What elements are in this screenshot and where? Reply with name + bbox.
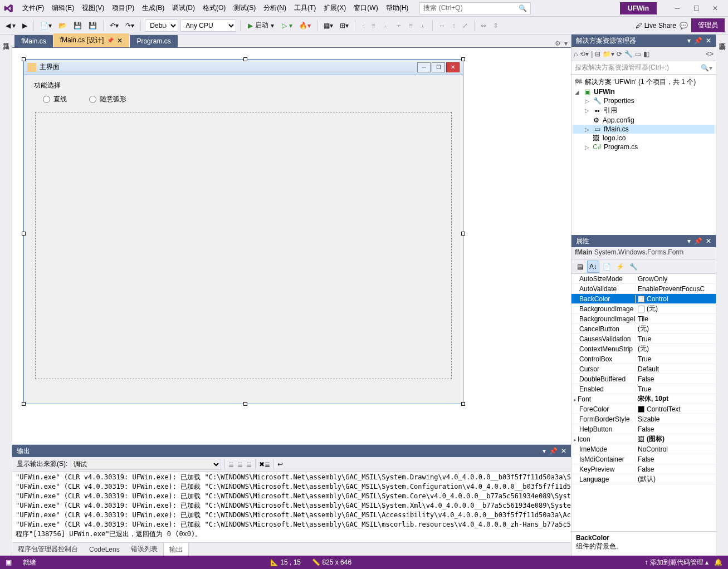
start-without-debug-button[interactable]: ▷ ▾ — [280, 21, 294, 31]
project-node[interactable]: ◢▣UFWin — [573, 87, 715, 96]
preview-icon[interactable]: ▭ — [635, 50, 641, 58]
home-icon[interactable]: ⌂ — [574, 50, 578, 58]
show-all-icon[interactable]: 📁▾ — [603, 50, 614, 58]
data-sources-tab[interactable]: 数据源 — [0, 43, 1, 552]
tab-overflow-icon[interactable]: ⚙ — [555, 40, 561, 47]
property-row[interactable]: Font宋体, 10pt — [571, 394, 716, 404]
panel-placeholder[interactable] — [35, 112, 452, 379]
panel-pin-icon[interactable]: 📌 — [549, 447, 558, 455]
tab-fmain-cs[interactable]: fMain.cs — [14, 35, 53, 47]
live-share-button[interactable]: 🖊 Live Share — [636, 22, 676, 30]
tree-item-program[interactable]: ▷C#Program.cs — [573, 143, 715, 151]
save-button[interactable]: 💾 — [71, 21, 84, 31]
solution-explorer-header[interactable]: 解决方案资源管理器 ▾📌✕ — [571, 35, 716, 47]
resize-handle[interactable] — [461, 232, 465, 236]
admin-badge[interactable]: 管理员 — [691, 18, 725, 32]
pin-icon[interactable]: 📌 — [107, 37, 114, 43]
resize-handle[interactable] — [22, 57, 26, 61]
property-row[interactable]: ContextMenuStrip(无) — [571, 344, 716, 354]
output-wrap-button[interactable]: ↩ — [277, 460, 283, 468]
menu-item[interactable]: 窗口(W) — [350, 1, 381, 15]
left-tool-rail[interactable]: 工具箱 数据源 — [0, 35, 12, 556]
sync-icon[interactable]: ⟲▾ — [580, 50, 589, 58]
property-row[interactable]: BackgroundImage(无) — [571, 304, 716, 314]
resize-handle[interactable] — [22, 232, 26, 236]
menu-item[interactable]: 项目(P) — [109, 1, 138, 15]
output-source-select[interactable]: 调试 — [71, 459, 221, 470]
resize-handle[interactable] — [22, 402, 26, 406]
panel-pin-icon[interactable]: 📌 — [694, 37, 702, 45]
property-row[interactable]: Icon🖼(图标) — [571, 434, 716, 444]
output-header[interactable]: 输出 ▾📌✕ — [12, 445, 571, 457]
menu-item[interactable]: 分析(N) — [260, 1, 290, 15]
properties-icon[interactable]: 🔧 — [624, 50, 633, 58]
resize-handle[interactable] — [461, 402, 465, 406]
resize-handle[interactable] — [461, 57, 465, 61]
properties-button[interactable]: 📄 — [600, 261, 613, 273]
menu-item[interactable]: 生成(B) — [139, 1, 168, 15]
menu-item[interactable]: 测试(S) — [230, 1, 259, 15]
property-row[interactable]: FormBorderStyleSizable — [571, 414, 716, 424]
save-all-button[interactable]: 💾 — [86, 21, 99, 31]
solution-node[interactable]: 🏁解决方案 'UFWin' (1 个项目，共 1 个) — [573, 77, 715, 87]
menu-item[interactable]: 编辑(E) — [48, 1, 77, 15]
properties-object-selector[interactable]: fMain System.Windows.Forms.Form — [571, 247, 716, 259]
resize-handle[interactable] — [243, 57, 247, 61]
tab-fmain-design[interactable]: fMain.cs [设计] 📌 ✕ — [53, 33, 130, 47]
tree-item-references[interactable]: ▷▪▪引用 — [573, 105, 715, 116]
panel-dropdown-icon[interactable]: ▾ — [687, 237, 691, 245]
bottom-tab[interactable]: 输出 — [163, 542, 189, 557]
tree-item-logo[interactable]: 🖼logo.ico — [573, 134, 715, 143]
right-tool-rail[interactable]: 诊断工具 — [716, 35, 728, 556]
close-button[interactable]: ✕ — [706, 2, 725, 15]
new-button[interactable]: 📄▾ — [38, 21, 54, 31]
toolbox-tab[interactable]: 工具箱 — [1, 38, 11, 552]
quick-search[interactable]: 搜索 (Ctrl+Q) 🔍 — [419, 2, 531, 14]
property-row[interactable]: Language(默认) — [571, 474, 716, 484]
menu-item[interactable]: 扩展(X) — [320, 1, 349, 15]
redo-button[interactable]: ↷▾ — [123, 21, 136, 31]
panel-pin-icon[interactable]: 📌 — [694, 237, 702, 245]
properties-grid[interactable]: AutoSizeModeGrowOnlyAutoValidateEnablePr… — [571, 274, 716, 531]
bottom-tab[interactable]: 错误列表 — [125, 542, 163, 556]
back-button[interactable]: ◀ ▾ — [3, 21, 18, 31]
output-next-button[interactable]: ≣ — [246, 460, 252, 468]
bottom-tab[interactable]: CodeLens — [84, 543, 125, 556]
config-select[interactable]: Debug — [145, 19, 178, 32]
output-prev-button[interactable]: ≣ — [237, 460, 243, 468]
resize-handle[interactable] — [243, 402, 247, 406]
panel-close-icon[interactable]: ✕ — [561, 447, 566, 455]
layout-button[interactable]: ▦▾ — [321, 21, 335, 31]
solution-tree[interactable]: 🏁解决方案 'UFWin' (1 个项目，共 1 个) ◢▣UFWin ▷🔧Pr… — [571, 75, 716, 235]
property-row[interactable]: ImeModeNoControl — [571, 444, 716, 454]
property-row[interactable]: CursorDefault — [571, 364, 716, 374]
alphabetical-button[interactable]: A↓ — [587, 261, 599, 273]
notifications-icon[interactable]: 🔔 — [714, 558, 722, 566]
menu-item[interactable]: 视图(V) — [79, 1, 108, 15]
property-row[interactable]: BackColorControl — [571, 294, 716, 304]
form-designer-surface[interactable]: 主界面 ─ ☐ ✕ 功能选择 直线 随意弧形 — [12, 48, 571, 444]
property-row[interactable]: AutoValidateEnablePreventFocusC — [571, 284, 716, 294]
form-client-area[interactable]: 功能选择 直线 随意弧形 — [24, 75, 463, 404]
menu-item[interactable]: 帮助(H) — [383, 1, 412, 15]
solution-search[interactable]: 搜索解决方案资源管理器(Ctrl+;) 🔍▾ — [571, 61, 716, 75]
events-button[interactable]: ⚡ — [614, 261, 626, 273]
grid-button[interactable]: ⊞▾ — [338, 21, 351, 31]
radio-line[interactable]: 直线 — [43, 95, 67, 104]
menu-item[interactable]: 工具(T) — [291, 1, 319, 15]
open-button[interactable]: 📂 — [56, 21, 69, 31]
bottom-tab[interactable]: 程序包管理器控制台 — [12, 542, 84, 556]
radio-arc[interactable]: 随意弧形 — [89, 95, 126, 104]
source-control-button[interactable]: ↑ 添加到源代码管理 ▴ — [644, 558, 709, 567]
maximize-button[interactable]: ☐ — [687, 2, 706, 15]
output-clear-button[interactable]: ✖≣ — [259, 460, 270, 468]
property-row[interactable]: ForeColorControlText — [571, 404, 716, 414]
diagnostics-tab[interactable]: 诊断工具 — [717, 38, 727, 552]
tree-item-appconfig[interactable]: ⚙App.config — [573, 116, 715, 125]
view-code-icon[interactable]: <> — [706, 50, 714, 58]
panel-dropdown-icon[interactable]: ▾ — [687, 37, 691, 45]
start-debug-button[interactable]: ▶启动 ▾ — [245, 19, 277, 31]
panel-close-icon[interactable]: ✕ — [706, 37, 711, 45]
property-row[interactable]: EnabledTrue — [571, 384, 716, 394]
properties-header[interactable]: 属性 ▾📌✕ — [571, 235, 716, 247]
